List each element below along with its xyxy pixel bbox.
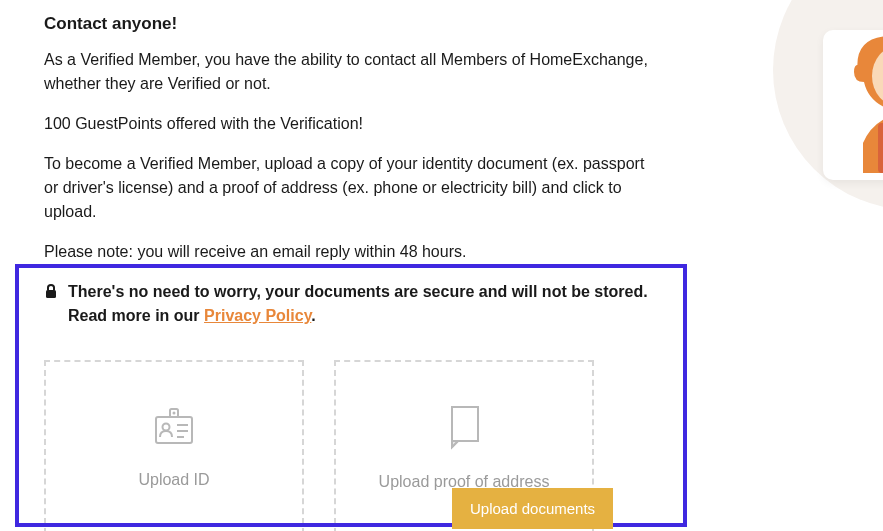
svg-rect-3 [878, 123, 883, 173]
paragraph-instructions: To become a Verified Member, upload a co… [44, 152, 650, 224]
illustration-avatar [818, 18, 883, 178]
upload-documents-button[interactable]: Upload documents [452, 488, 613, 529]
paragraph-guestpoints: 100 GuestPoints offered with the Verific… [44, 112, 650, 136]
paragraph-verified-member: As a Verified Member, you have the abili… [44, 48, 650, 96]
heading-contact-anyone: Contact anyone! [44, 14, 650, 34]
paragraph-note: Please note: you will receive an email r… [44, 240, 650, 264]
